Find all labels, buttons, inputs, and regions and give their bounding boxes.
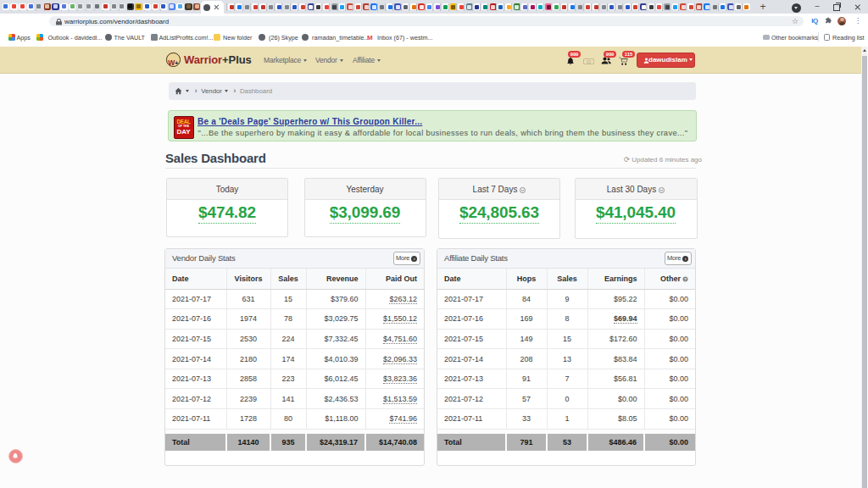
svg-text:?: ?: [684, 277, 687, 281]
